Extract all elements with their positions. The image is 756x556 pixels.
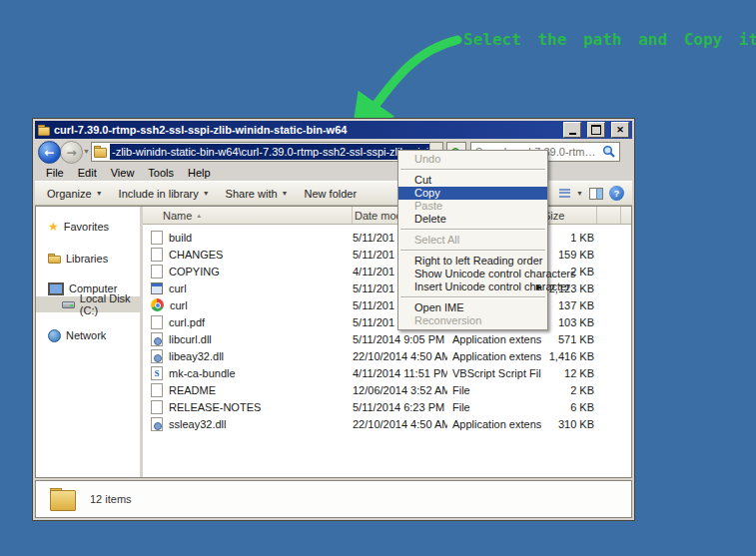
forward-button[interactable]: → [60,141,83,164]
window-title: curl-7.39.0-rtmp-ssh2-ssl-sspi-zlib-wini… [54,124,557,136]
sidebar-item-local-disk-c-[interactable]: Local Disk (C:) [36,296,140,312]
file-date-cell: 5/11/2014 9:05 PM [353,333,447,345]
status-folder-icon [50,488,76,511]
computer-icon [48,282,64,295]
context-menu-item-open-ime[interactable]: Open IME [398,301,547,314]
table-row[interactable]: Smk-ca-bundle4/11/2014 11:51 PMVBScript … [143,364,631,381]
close-button[interactable]: ✕ [611,122,629,138]
toolbar-new-folder[interactable]: New folder [297,186,366,202]
sidebar-item-label: Libraries [66,253,108,265]
table-row[interactable]: RELEASE-NOTES5/11/2014 6:23 PMFile6 KB [143,398,631,415]
toolbar-items: Organize▼Include in library▼Share with▼N… [39,186,365,202]
context-menu-item-delete[interactable]: Delete [398,213,547,226]
context-menu-item-right-to-left-reading-order[interactable]: Right to left Reading order [398,255,547,268]
file-rows: build5/11/2011 KBCHANGES5/11/201159 KBCO… [143,225,631,432]
file-icon [151,248,163,262]
disk-icon [62,301,75,308]
menu-item-label: Right to left Reading order [414,255,542,267]
command-bar-right: ▼ ? [559,186,628,201]
menubar-item-edit[interactable]: Edit [71,166,104,180]
file-type-cell: File [447,401,541,413]
sort-ascending-icon: ▲ [196,213,202,219]
toolbar-include-in-library[interactable]: Include in library▼ [111,186,218,202]
folder-icon [38,125,50,136]
toolbar-share-with[interactable]: Share with▼ [218,186,297,202]
column-header-name[interactable]: Name▲ [143,207,353,224]
application-icon [151,282,163,294]
context-menu-item-insert-unicode-control-character[interactable]: Insert Unicode control character▶ [398,280,547,293]
table-row[interactable]: CHANGES5/11/201159 KB [143,246,631,263]
dll-file-icon [151,417,163,431]
toolbar-organize[interactable]: Organize▼ [39,186,111,202]
address-path-selected[interactable]: -zlib-winidn-static-bin-w64\curl-7.39.0-… [110,144,429,160]
file-size-cell: 159 KB [541,249,597,261]
file-type-cell: VBScript Script File [447,367,541,379]
column-header-blank[interactable] [597,207,621,224]
file-size-cell: 2 KB [541,384,597,396]
file-type-cell: Application extension [447,333,541,345]
file-name: COPYING [169,266,220,278]
table-row[interactable]: README12/06/2014 3:52 AMFile2 KB [143,381,631,398]
file-name: curl [169,282,187,294]
context-menu-item-copy[interactable]: Copy [398,187,547,200]
file-icon [151,231,163,245]
file-name: build [169,232,192,244]
sidebar-item-libraries[interactable]: Libraries [36,251,140,267]
file-name: RELEASE-NOTES [169,401,261,413]
toolbar-label: Share with [226,188,278,200]
context-menu-item-show-unicode-control-characters[interactable]: Show Unicode control characters [398,268,547,280]
address-folder-icon [94,146,107,158]
dll-file-icon [151,349,163,363]
close-icon: ✕ [616,125,624,135]
back-button[interactable]: ← [38,141,61,164]
help-button[interactable]: ? [609,186,624,201]
file-name-cell: ssleay32.dll [143,417,353,431]
maximize-button[interactable] [587,122,605,138]
sidebar-item-label: Local Disk (C:) [80,292,140,316]
search-icon[interactable] [601,144,617,160]
table-row[interactable]: curl.pdf5/11/201103 KB [143,313,631,330]
menu-item-label: Select All [414,234,459,246]
views-icon[interactable] [559,189,570,198]
file-name-cell: curl [143,298,353,311]
table-row[interactable]: libeay32.dll22/10/2014 4:50 AMApplicatio… [143,347,631,364]
column-headers: Name▲Date modifiedTypeSize [143,207,631,225]
preview-pane-icon[interactable] [589,188,603,200]
file-name-cell: COPYING [143,265,353,278]
file-size-cell: 310 KB [541,418,597,430]
sidebar-item-network[interactable]: Network [36,327,140,343]
menubar-item-help[interactable]: Help [181,166,218,180]
table-row[interactable]: curl5/11/201137 KB [143,296,631,313]
table-row[interactable]: build5/11/2011 KB [143,229,631,246]
toolbar-label: New folder [305,188,358,200]
table-row[interactable]: libcurl.dll5/11/2014 9:05 PMApplication … [143,330,631,347]
context-menu-item-paste: Paste [398,200,547,213]
desktop: Select the path and Copy it curl-7.39.0-… [0,0,756,556]
network-icon [48,329,61,342]
file-name: mk-ca-bundle [169,367,236,379]
menubar-item-file[interactable]: File [39,166,71,180]
context-menu-item-cut[interactable]: Cut [398,174,547,187]
file-name: libcurl.dll [169,333,212,345]
menubar-item-view[interactable]: View [104,166,142,180]
minimize-button[interactable] [563,122,581,138]
file-icon [151,315,163,329]
column-header-size[interactable]: Size [541,207,597,224]
table-row[interactable]: ssleay32.dll22/10/2014 4:50 AMApplicatio… [143,415,631,432]
submenu-arrow-icon: ▶ [536,280,542,293]
history-dropdown-icon[interactable]: ▼ [83,148,90,155]
views-dropdown-icon[interactable]: ▼ [576,190,583,197]
address-bar[interactable]: -zlib-winidn-static-bin-w64\curl-7.39.0-… [91,142,443,162]
file-name-cell: build [143,231,353,245]
back-icon: ← [44,146,54,160]
menu-item-label: Cut [414,174,431,186]
chevron-down-icon: ▼ [203,190,210,197]
menu-item-label: Open IME [414,301,464,313]
file-size-cell: 1 KB [541,232,597,244]
sidebar-item-favorites[interactable]: ★Favorites [36,219,140,235]
context-menu-item-select-all: Select All [398,234,547,247]
menu-item-label: Reconversion [414,314,481,326]
title-bar[interactable]: curl-7.39.0-rtmp-ssh2-ssl-sspi-zlib-wini… [35,121,632,139]
menubar-item-tools[interactable]: Tools [141,166,181,180]
file-date-cell: 22/10/2014 4:50 AM [353,350,447,362]
